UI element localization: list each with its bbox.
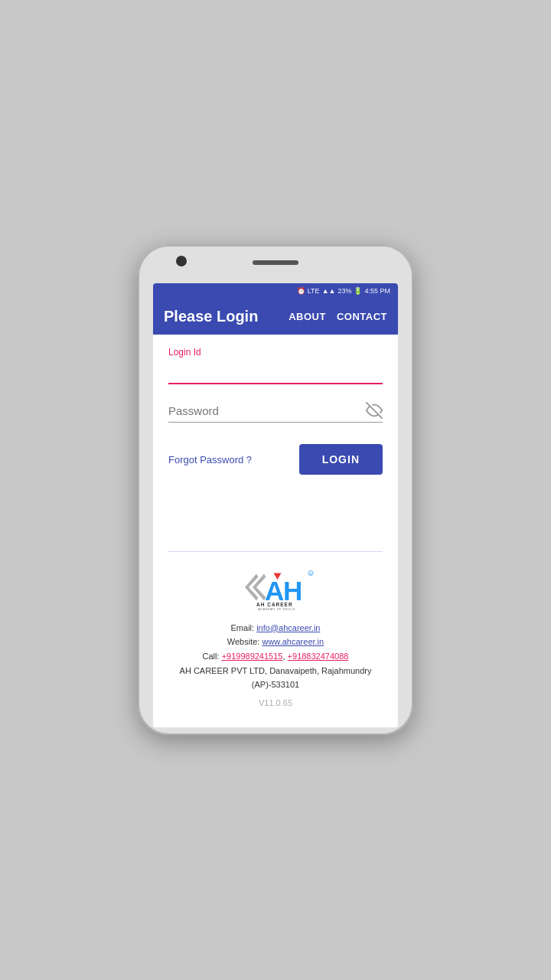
alarm-icon: ⏰ xyxy=(297,287,305,295)
svg-text:ACADEMY OF SKILLS: ACADEMY OF SKILLS xyxy=(259,608,296,610)
forgot-password-link[interactable]: Forgot Password ? xyxy=(168,454,252,466)
website-label: Website: xyxy=(227,637,262,646)
app-bar-title: Please Login xyxy=(164,308,258,325)
password-input-wrapper xyxy=(168,400,383,423)
status-icons: ⏰ LTE ▲▲ 23% 🔋 4:55 PM xyxy=(297,287,390,295)
footer: A H R AH CAREER ACADEMY OF SKILLS xyxy=(168,564,383,715)
app-bar: Please Login ABOUT CONTACT xyxy=(153,299,398,335)
login-id-input-wrapper xyxy=(168,361,383,384)
divider xyxy=(168,551,383,552)
nav-about[interactable]: ABOUT xyxy=(289,311,326,322)
password-input[interactable] xyxy=(168,400,383,423)
login-id-label: Login Id xyxy=(168,347,383,358)
footer-call-row: Call: +919989241515, +918832474088 xyxy=(176,649,375,664)
signal-label: LTE xyxy=(308,287,320,295)
website-link[interactable]: www.ahcareer.in xyxy=(262,637,324,646)
status-bar: ⏰ LTE ▲▲ 23% 🔋 4:55 PM xyxy=(153,283,398,299)
footer-address: AH CAREER PVT LTD, Danavaipeth, Rajahmun… xyxy=(176,664,375,692)
phone-frame: ⏰ LTE ▲▲ 23% 🔋 4:55 PM Please Login ABOU… xyxy=(138,245,413,735)
phone1-link[interactable]: +919989241515 xyxy=(222,652,283,661)
phone-speaker xyxy=(253,260,298,265)
company-logo: A H R AH CAREER ACADEMY OF SKILLS xyxy=(237,564,314,613)
login-id-input[interactable] xyxy=(168,361,383,384)
login-id-group: Login Id xyxy=(168,347,383,384)
battery-icon: 🔋 xyxy=(354,287,362,295)
phone-camera xyxy=(176,256,187,266)
svg-text:AH  CAREER: AH CAREER xyxy=(256,602,293,607)
time-label: 4:55 PM xyxy=(364,287,390,295)
email-link[interactable]: info@ahcareer.in xyxy=(256,623,320,632)
svg-text:H: H xyxy=(283,575,302,605)
app-bar-nav: ABOUT CONTACT xyxy=(289,311,387,322)
main-content: Login Id xyxy=(153,335,398,727)
battery-label: 23% xyxy=(337,287,351,295)
wifi-icon: ▲▲ xyxy=(322,287,336,295)
nav-contact[interactable]: CONTACT xyxy=(337,311,387,322)
eye-off-icon[interactable] xyxy=(366,402,383,421)
svg-text:R: R xyxy=(310,571,312,575)
footer-website-row: Website: www.ahcareer.in xyxy=(176,635,375,649)
email-label: Email: xyxy=(231,623,257,632)
call-label: Call: xyxy=(203,652,222,661)
phone2-link[interactable]: +918832474088 xyxy=(288,652,349,661)
actions-row: Forgot Password ? LOGIN xyxy=(168,444,383,475)
footer-contact: Email: info@ahcareer.in Website: www.ahc… xyxy=(176,621,375,692)
password-group xyxy=(168,400,383,423)
login-button[interactable]: LOGIN xyxy=(299,444,383,475)
footer-email-row: Email: info@ahcareer.in xyxy=(176,621,375,635)
svg-text:A: A xyxy=(265,575,284,605)
version-label: V11.0.65 xyxy=(259,698,292,707)
phone-screen: ⏰ LTE ▲▲ 23% 🔋 4:55 PM Please Login ABOU… xyxy=(153,283,398,727)
